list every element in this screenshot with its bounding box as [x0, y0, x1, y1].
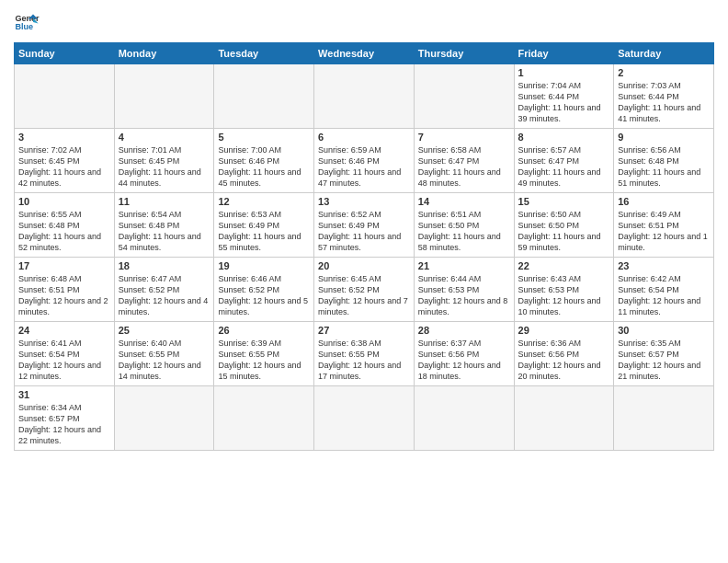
calendar-cell: 23Sunrise: 6:42 AM Sunset: 6:54 PM Dayli… [614, 258, 714, 322]
calendar-cell [214, 64, 314, 129]
calendar-cell: 18Sunrise: 6:47 AM Sunset: 6:52 PM Dayli… [114, 258, 214, 322]
day-number: 9 [618, 132, 710, 143]
page: General Blue SundayMondayTuesdayWednesda… [0, 0, 728, 563]
calendar-cell: 5Sunrise: 7:00 AM Sunset: 6:46 PM Daylig… [214, 129, 314, 193]
day-number: 24 [18, 325, 110, 336]
calendar-cell: 14Sunrise: 6:51 AM Sunset: 6:50 PM Dayli… [414, 193, 514, 258]
calendar-cell: 31Sunrise: 6:34 AM Sunset: 6:57 PM Dayli… [15, 386, 115, 451]
calendar-cell: 15Sunrise: 6:50 AM Sunset: 6:50 PM Dayli… [514, 193, 614, 258]
calendar-cell: 30Sunrise: 6:35 AM Sunset: 6:57 PM Dayli… [614, 322, 714, 386]
calendar-header: SundayMondayTuesdayWednesdayThursdayFrid… [15, 43, 714, 64]
calendar-cell: 22Sunrise: 6:43 AM Sunset: 6:53 PM Dayli… [514, 258, 614, 322]
calendar-cell [514, 386, 614, 451]
calendar-week-row: 17Sunrise: 6:48 AM Sunset: 6:51 PM Dayli… [15, 258, 714, 322]
day-number: 26 [218, 325, 310, 336]
day-info: Sunrise: 6:40 AM Sunset: 6:55 PM Dayligh… [119, 338, 210, 383]
weekday-header: Tuesday [214, 43, 314, 64]
day-number: 6 [318, 132, 410, 143]
weekday-header: Monday [114, 43, 214, 64]
calendar-week-row: 24Sunrise: 6:41 AM Sunset: 6:54 PM Dayli… [15, 322, 714, 386]
calendar-cell: 3Sunrise: 7:02 AM Sunset: 6:45 PM Daylig… [15, 129, 115, 193]
calendar-cell: 1Sunrise: 7:04 AM Sunset: 6:44 PM Daylig… [514, 64, 614, 129]
calendar-cell: 17Sunrise: 6:48 AM Sunset: 6:51 PM Dayli… [15, 258, 115, 322]
calendar-cell: 19Sunrise: 6:46 AM Sunset: 6:52 PM Dayli… [214, 258, 314, 322]
day-info: Sunrise: 6:46 AM Sunset: 6:52 PM Dayligh… [218, 273, 310, 318]
day-info: Sunrise: 6:38 AM Sunset: 6:55 PM Dayligh… [318, 338, 410, 383]
day-info: Sunrise: 6:45 AM Sunset: 6:52 PM Dayligh… [318, 273, 410, 318]
calendar-week-row: 1Sunrise: 7:04 AM Sunset: 6:44 PM Daylig… [15, 64, 714, 129]
calendar-cell: 20Sunrise: 6:45 AM Sunset: 6:52 PM Dayli… [314, 258, 415, 322]
day-number: 15 [518, 196, 610, 207]
calendar-cell: 24Sunrise: 6:41 AM Sunset: 6:54 PM Dayli… [15, 322, 115, 386]
weekday-header: Sunday [15, 43, 115, 64]
day-number: 1 [518, 67, 610, 78]
day-number: 14 [418, 196, 510, 207]
day-number: 8 [518, 132, 610, 143]
day-number: 22 [518, 260, 610, 271]
calendar-cell [414, 64, 514, 129]
day-info: Sunrise: 6:53 AM Sunset: 6:49 PM Dayligh… [218, 209, 310, 254]
weekday-header: Saturday [614, 43, 714, 64]
calendar-cell: 11Sunrise: 6:54 AM Sunset: 6:48 PM Dayli… [114, 193, 214, 258]
day-number: 11 [119, 196, 210, 207]
day-info: Sunrise: 6:47 AM Sunset: 6:52 PM Dayligh… [119, 273, 210, 318]
weekday-row: SundayMondayTuesdayWednesdayThursdayFrid… [15, 43, 714, 64]
day-info: Sunrise: 6:43 AM Sunset: 6:53 PM Dayligh… [518, 273, 610, 318]
day-info: Sunrise: 6:57 AM Sunset: 6:47 PM Dayligh… [518, 144, 610, 190]
day-number: 21 [418, 260, 510, 271]
weekday-header: Friday [514, 43, 614, 64]
day-number: 10 [18, 196, 110, 207]
calendar-cell: 16Sunrise: 6:49 AM Sunset: 6:51 PM Dayli… [614, 193, 714, 258]
calendar-cell [314, 386, 415, 451]
calendar-cell: 9Sunrise: 6:56 AM Sunset: 6:48 PM Daylig… [614, 129, 714, 193]
generalblue-logo-icon: General Blue [14, 9, 40, 35]
calendar-cell: 27Sunrise: 6:38 AM Sunset: 6:55 PM Dayli… [314, 322, 415, 386]
calendar-cell [614, 386, 714, 451]
day-info: Sunrise: 6:42 AM Sunset: 6:54 PM Dayligh… [618, 273, 710, 318]
day-number: 16 [618, 196, 710, 207]
calendar-table: SundayMondayTuesdayWednesdayThursdayFrid… [14, 42, 714, 451]
day-info: Sunrise: 6:35 AM Sunset: 6:57 PM Dayligh… [618, 338, 710, 383]
day-info: Sunrise: 7:04 AM Sunset: 6:44 PM Dayligh… [518, 80, 610, 125]
calendar-cell: 29Sunrise: 6:36 AM Sunset: 6:56 PM Dayli… [514, 322, 614, 386]
day-info: Sunrise: 7:00 AM Sunset: 6:46 PM Dayligh… [218, 144, 310, 190]
calendar-cell: 6Sunrise: 6:59 AM Sunset: 6:46 PM Daylig… [314, 129, 415, 193]
day-info: Sunrise: 6:41 AM Sunset: 6:54 PM Dayligh… [18, 338, 110, 383]
weekday-header: Wednesday [314, 43, 415, 64]
calendar-cell [214, 386, 314, 451]
svg-text:Blue: Blue [15, 22, 33, 31]
weekday-header: Thursday [414, 43, 514, 64]
calendar-body: 1Sunrise: 7:04 AM Sunset: 6:44 PM Daylig… [15, 64, 714, 451]
day-number: 12 [218, 196, 310, 207]
day-info: Sunrise: 6:58 AM Sunset: 6:47 PM Dayligh… [418, 144, 510, 190]
day-number: 31 [18, 389, 110, 400]
day-info: Sunrise: 6:48 AM Sunset: 6:51 PM Dayligh… [18, 273, 110, 318]
calendar-cell [15, 64, 115, 129]
day-info: Sunrise: 6:52 AM Sunset: 6:49 PM Dayligh… [318, 209, 410, 254]
day-info: Sunrise: 6:51 AM Sunset: 6:50 PM Dayligh… [418, 209, 510, 254]
day-info: Sunrise: 6:55 AM Sunset: 6:48 PM Dayligh… [18, 209, 110, 254]
day-info: Sunrise: 6:50 AM Sunset: 6:50 PM Dayligh… [518, 209, 610, 254]
calendar-cell: 13Sunrise: 6:52 AM Sunset: 6:49 PM Dayli… [314, 193, 415, 258]
calendar-cell: 26Sunrise: 6:39 AM Sunset: 6:55 PM Dayli… [214, 322, 314, 386]
day-number: 23 [618, 260, 710, 271]
day-info: Sunrise: 7:02 AM Sunset: 6:45 PM Dayligh… [18, 144, 110, 190]
calendar-cell [414, 386, 514, 451]
day-info: Sunrise: 7:03 AM Sunset: 6:44 PM Dayligh… [618, 80, 710, 125]
calendar-week-row: 10Sunrise: 6:55 AM Sunset: 6:48 PM Dayli… [15, 193, 714, 258]
day-number: 27 [318, 325, 410, 336]
day-number: 25 [119, 325, 210, 336]
day-number: 17 [18, 260, 110, 271]
day-info: Sunrise: 7:01 AM Sunset: 6:45 PM Dayligh… [119, 144, 210, 190]
day-info: Sunrise: 6:59 AM Sunset: 6:46 PM Dayligh… [318, 144, 410, 190]
day-number: 7 [418, 132, 510, 143]
day-info: Sunrise: 6:54 AM Sunset: 6:48 PM Dayligh… [119, 209, 210, 254]
day-info: Sunrise: 6:39 AM Sunset: 6:55 PM Dayligh… [218, 338, 310, 383]
day-info: Sunrise: 6:37 AM Sunset: 6:56 PM Dayligh… [418, 338, 510, 383]
day-number: 3 [18, 132, 110, 143]
day-number: 13 [318, 196, 410, 207]
day-info: Sunrise: 6:49 AM Sunset: 6:51 PM Dayligh… [618, 209, 710, 254]
day-number: 28 [418, 325, 510, 336]
calendar-cell: 7Sunrise: 6:58 AM Sunset: 6:47 PM Daylig… [414, 129, 514, 193]
day-info: Sunrise: 6:56 AM Sunset: 6:48 PM Dayligh… [618, 144, 710, 190]
